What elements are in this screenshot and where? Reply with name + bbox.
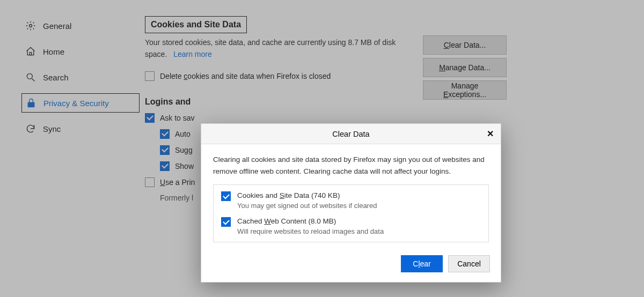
cached-content-checkbox[interactable] xyxy=(221,217,231,227)
dialog-footer: Clear Cancel xyxy=(201,248,501,282)
dialog-intro: Clearing all cookies and site data store… xyxy=(213,154,489,177)
dialog-options: Cookies and Site Data (740 KB) You may g… xyxy=(213,184,489,242)
option-cache-sublabel: Will require websites to reload images a… xyxy=(237,227,384,235)
option-cookies-label: Cookies and Site Data (740 KB) xyxy=(237,191,377,199)
dialog-title-text: Clear Data xyxy=(332,130,369,138)
cancel-button[interactable]: Cancel xyxy=(448,255,490,272)
clear-button[interactable]: Clear xyxy=(401,255,443,272)
clear-data-dialog: Clear Data ✕ Clearing all cookies and si… xyxy=(201,123,501,283)
option-cookies-sublabel: You may get signed out of websites if cl… xyxy=(237,202,377,210)
option-cached-web-content[interactable]: Cached Web Content (8.0 MB) Will require… xyxy=(221,217,481,235)
option-cookies-site-data[interactable]: Cookies and Site Data (740 KB) You may g… xyxy=(221,191,481,210)
dialog-body: Clearing all cookies and site data store… xyxy=(201,144,501,248)
cookies-site-data-checkbox[interactable] xyxy=(221,191,231,201)
settings-page: General Home Search Privacy & Security S… xyxy=(0,0,644,297)
dialog-titlebar: Clear Data ✕ xyxy=(201,124,501,144)
option-cache-label: Cached Web Content (8.0 MB) xyxy=(237,217,384,225)
close-icon: ✕ xyxy=(487,129,494,139)
dialog-close-button[interactable]: ✕ xyxy=(484,127,496,140)
